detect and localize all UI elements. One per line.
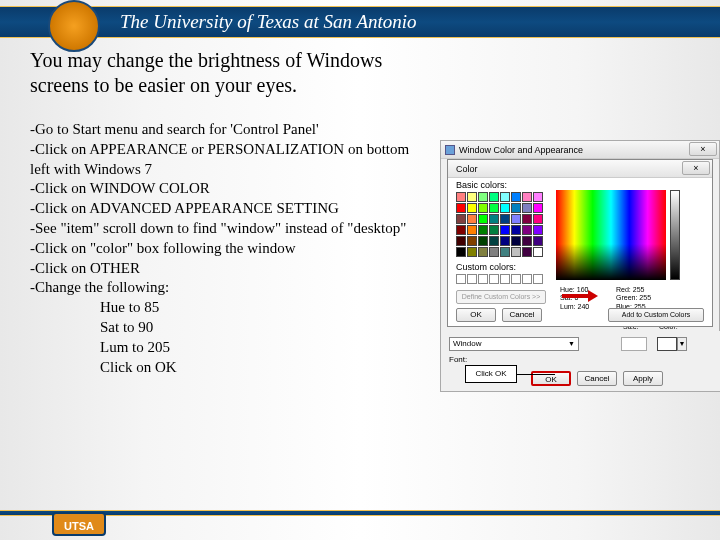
green-row: Green: 255 bbox=[616, 294, 651, 302]
color-swatch[interactable] bbox=[489, 225, 499, 235]
color-swatch[interactable] bbox=[522, 203, 532, 213]
color-swatch[interactable] bbox=[456, 247, 466, 257]
color-swatch[interactable] bbox=[533, 236, 543, 246]
color-swatch-box[interactable] bbox=[657, 337, 677, 351]
add-custom-colors-button[interactable]: Add to Custom Colors bbox=[608, 308, 704, 322]
click-ok-callout: Click OK bbox=[465, 365, 517, 383]
lum-row: Lum: 240 bbox=[560, 303, 589, 311]
header-title: The University of Texas at San Antonio bbox=[120, 11, 417, 33]
step-3: -Click on WINDOW COLOR bbox=[30, 179, 430, 199]
close-icon[interactable]: × bbox=[682, 161, 710, 175]
chevron-down-icon: ▼ bbox=[568, 338, 575, 350]
color-swatch[interactable] bbox=[522, 225, 532, 235]
color-swatch[interactable] bbox=[500, 192, 510, 202]
color-swatch[interactable] bbox=[489, 247, 499, 257]
step-1: -Go to Start menu and search for 'Contro… bbox=[30, 120, 430, 140]
color-swatch[interactable] bbox=[533, 225, 543, 235]
custom-swatch[interactable] bbox=[511, 274, 521, 284]
substep-ok: Click on OK bbox=[30, 358, 430, 378]
callout-pointer-line bbox=[517, 374, 555, 375]
window-title-text: Window Color and Appearance bbox=[459, 145, 583, 155]
color-swatch[interactable] bbox=[456, 192, 466, 202]
header-logo-icon bbox=[48, 0, 100, 52]
custom-swatch[interactable] bbox=[456, 274, 466, 284]
basic-color-swatches[interactable] bbox=[456, 192, 543, 257]
color-swatch[interactable] bbox=[522, 247, 532, 257]
color-swatch[interactable] bbox=[500, 236, 510, 246]
cancel-button[interactable]: Cancel bbox=[502, 308, 542, 322]
color-swatch[interactable] bbox=[522, 214, 532, 224]
color-swatch[interactable] bbox=[456, 236, 466, 246]
window-titlebar: Window Color and Appearance × bbox=[441, 141, 719, 159]
color-swatch[interactable] bbox=[511, 236, 521, 246]
custom-swatch[interactable] bbox=[500, 274, 510, 284]
custom-swatch[interactable] bbox=[467, 274, 477, 284]
color-swatch[interactable] bbox=[478, 247, 488, 257]
color-swatch[interactable] bbox=[511, 192, 521, 202]
color-swatch[interactable] bbox=[478, 192, 488, 202]
apply-button[interactable]: Apply bbox=[623, 371, 663, 386]
intro-text: You may change the brightness of Windows… bbox=[30, 48, 430, 98]
instruction-steps: -Go to Start menu and search for 'Contro… bbox=[30, 120, 430, 377]
size-input[interactable] bbox=[621, 337, 647, 351]
color-swatch[interactable] bbox=[456, 225, 466, 235]
ok-button[interactable]: OK bbox=[456, 308, 496, 322]
basic-colors-label: Basic colors: bbox=[456, 180, 507, 190]
color-dialog: Color × Basic colors: Custom colors: Def… bbox=[447, 159, 713, 327]
color-swatch[interactable] bbox=[467, 192, 477, 202]
custom-colors-label: Custom colors: bbox=[456, 262, 516, 272]
color-swatch[interactable] bbox=[500, 214, 510, 224]
color-swatch[interactable] bbox=[500, 225, 510, 235]
cancel-button[interactable]: Cancel bbox=[577, 371, 617, 386]
item-dropdown[interactable]: Window ▼ bbox=[449, 337, 579, 351]
footer-band bbox=[0, 510, 720, 516]
color-swatch[interactable] bbox=[533, 192, 543, 202]
custom-swatch[interactable] bbox=[533, 274, 543, 284]
color-swatch[interactable] bbox=[467, 247, 477, 257]
color-swatch[interactable] bbox=[478, 225, 488, 235]
close-icon[interactable]: × bbox=[689, 142, 717, 156]
color-dropdown-arrow[interactable]: ▼ bbox=[677, 337, 687, 351]
color-dialog-title: Color bbox=[456, 164, 478, 174]
color-swatch[interactable] bbox=[511, 214, 521, 224]
color-swatch[interactable] bbox=[489, 214, 499, 224]
utsa-logo: UTSA bbox=[52, 512, 106, 536]
color-swatch[interactable] bbox=[489, 236, 499, 246]
color-swatch[interactable] bbox=[467, 225, 477, 235]
custom-color-swatches[interactable] bbox=[456, 274, 543, 284]
window-icon bbox=[445, 145, 455, 155]
substep-lum: Lum to 205 bbox=[30, 338, 430, 358]
custom-swatch[interactable] bbox=[522, 274, 532, 284]
define-custom-colors-button[interactable]: Define Custom Colors >> bbox=[456, 290, 546, 304]
step-5: -See "item" scroll down to find "window"… bbox=[30, 219, 430, 239]
luminance-slider[interactable] bbox=[670, 190, 680, 280]
color-swatch[interactable] bbox=[467, 214, 477, 224]
color-swatch[interactable] bbox=[500, 203, 510, 213]
color-swatch[interactable] bbox=[456, 203, 466, 213]
color-swatch[interactable] bbox=[533, 247, 543, 257]
color-swatch[interactable] bbox=[467, 203, 477, 213]
color-gradient-picker[interactable] bbox=[556, 190, 666, 280]
color-swatch[interactable] bbox=[511, 203, 521, 213]
red-row: Red: 255 bbox=[616, 286, 651, 294]
main-content: You may change the brightness of Windows… bbox=[30, 48, 430, 377]
custom-swatch[interactable] bbox=[478, 274, 488, 284]
color-swatch[interactable] bbox=[522, 236, 532, 246]
appearance-window: Window Color and Appearance × Color × Ba… bbox=[440, 140, 720, 392]
color-swatch[interactable] bbox=[489, 203, 499, 213]
color-swatch[interactable] bbox=[489, 192, 499, 202]
color-swatch[interactable] bbox=[467, 236, 477, 246]
color-swatch[interactable] bbox=[456, 214, 466, 224]
custom-swatch[interactable] bbox=[489, 274, 499, 284]
color-swatch[interactable] bbox=[511, 247, 521, 257]
color-swatch[interactable] bbox=[500, 247, 510, 257]
color-swatch[interactable] bbox=[478, 214, 488, 224]
color-swatch[interactable] bbox=[478, 236, 488, 246]
color-swatch[interactable] bbox=[533, 214, 543, 224]
color-swatch[interactable] bbox=[533, 203, 543, 213]
color-swatch[interactable] bbox=[511, 225, 521, 235]
step-6: -Click on "color" box following the wind… bbox=[30, 239, 430, 259]
color-swatch[interactable] bbox=[478, 203, 488, 213]
color-swatch[interactable] bbox=[522, 192, 532, 202]
item-dropdown-value: Window bbox=[453, 338, 481, 350]
